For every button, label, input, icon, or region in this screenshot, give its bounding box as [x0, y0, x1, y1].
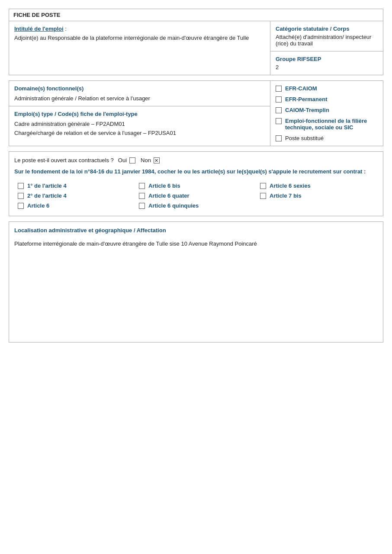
- article-4-label: 2° de l'article 4: [27, 192, 67, 199]
- article-cell-2: Article 6 bis: [135, 181, 257, 191]
- emploi-value2: Chargée/chargé de relation et de service…: [14, 130, 265, 136]
- articles-row-3: Article 6 Article 6 quinquies: [14, 201, 378, 211]
- domain-panel: Domaine(s) fonctionnel(s) Administration…: [9, 81, 270, 106]
- checkbox-emploi-fonctionnel-label: Emploi-fonctionnel de la filière techniq…: [285, 118, 378, 131]
- articles-table: 1° de l'article 4 Article 6 bis Article …: [14, 181, 378, 211]
- categorie-label: Catégorie statutaire / Corps: [276, 26, 378, 32]
- article-1-checkbox[interactable]: [18, 183, 24, 189]
- article-3-checkbox[interactable]: [260, 183, 266, 189]
- article-3-label: Article 6 sexies: [270, 183, 311, 189]
- intitule-value: Adjoint(e) au Responsable de la platefor…: [14, 35, 265, 41]
- articles-row-2: 2° de l'article 4 Article 6 quater Artic…: [14, 191, 378, 201]
- article-7-label: Article 6: [27, 202, 49, 209]
- checkbox-emploi-fonctionnel: Emploi-fonctionnel de la filière techniq…: [276, 118, 378, 131]
- groupe-value: 2: [276, 64, 378, 70]
- contractuels-question-text: Le poste est-il ouvert aux contractuels …: [14, 157, 114, 163]
- domain-label: Domaine(s) fonctionnel(s): [14, 85, 265, 92]
- fiche-left-panel: Intitulé de l'emploi : Adjoint(e) au Res…: [9, 21, 270, 75]
- emploi-value1: Cadre administration générale – FP2ADM01: [14, 121, 265, 127]
- right-checkboxes-panel: EFR-CAIOM EFR-Permanent CAIOM-Tremplin E…: [270, 81, 383, 146]
- checkbox-caiom-tremplin-box[interactable]: [276, 107, 282, 113]
- domain-value: Administration générale / Relation et se…: [14, 95, 265, 102]
- article-cell-empty: [257, 201, 378, 211]
- categorie-panel: Catégorie statutaire / Corps Attaché(e) …: [270, 21, 383, 51]
- checkbox-poste-substitue: Poste substitué: [276, 135, 378, 141]
- checkbox-poste-substitue-box[interactable]: [276, 135, 282, 141]
- checkbox-efr-caiom: EFR-CAIOM: [276, 85, 378, 92]
- article-cell-8: Article 6 quinquies: [135, 201, 257, 211]
- emploi-panel: Emploi(s) type / Code(s) fiche de l'empl…: [9, 106, 270, 141]
- oui-label-text: Oui: [118, 157, 127, 163]
- domain-emploi-left: Domaine(s) fonctionnel(s) Administration…: [9, 81, 270, 146]
- article-2-checkbox[interactable]: [139, 183, 145, 189]
- checkbox-caiom-tremplin: CAIOM-Tremplin: [276, 107, 378, 113]
- checkbox-efr-caiom-box[interactable]: [276, 86, 282, 92]
- article-cell-5: Article 6 quater: [135, 191, 257, 201]
- article-cell-7: Article 6: [14, 201, 135, 211]
- emploi-label: Emploi(s) type / Code(s) fiche de l'empl…: [14, 111, 265, 117]
- articles-row-1: 1° de l'article 4 Article 6 bis Article …: [14, 181, 378, 191]
- article-1-label: 1° de l'article 4: [27, 183, 67, 189]
- intitule-label: Intitulé de l'emploi :: [14, 26, 265, 32]
- checkbox-efr-permanent: EFR-Permanent: [276, 96, 378, 102]
- article-cell-3: Article 6 sexies: [257, 181, 378, 191]
- localisation-title: Localisation administrative et géographi…: [14, 227, 378, 234]
- article-5-label: Article 6 quater: [148, 192, 190, 199]
- checkbox-caiom-tremplin-label: CAIOM-Tremplin: [285, 107, 329, 113]
- checkbox-emploi-fonctionnel-box[interactable]: [276, 118, 282, 124]
- intitule-title: Intitulé de l'emploi: [14, 26, 64, 32]
- checkbox-efr-permanent-box[interactable]: [276, 96, 282, 102]
- fiche-header: FICHE DE POSTE: [9, 9, 383, 21]
- contractuels-section: Le poste est-il ouvert aux contractuels …: [9, 151, 383, 216]
- article-cell-6: Article 7 bis: [257, 191, 378, 201]
- groupe-panel: Groupe RIFSEEP 2: [270, 51, 383, 75]
- article-cell-1: 1° de l'article 4: [14, 181, 135, 191]
- article-6-checkbox[interactable]: [260, 193, 266, 199]
- article-8-label: Article 6 quinquies: [148, 202, 199, 209]
- fiche-main-box: Intitulé de l'emploi : Adjoint(e) au Res…: [9, 21, 383, 75]
- domain-emploi-section: Domaine(s) fonctionnel(s) Administration…: [9, 80, 383, 146]
- fiche-right-panel: Catégorie statutaire / Corps Attaché(e) …: [270, 21, 383, 75]
- article-cell-4: 2° de l'article 4: [14, 191, 135, 201]
- article-5-checkbox[interactable]: [139, 193, 145, 199]
- article-4-checkbox[interactable]: [18, 193, 24, 199]
- groupe-label: Groupe RIFSEEP: [276, 56, 378, 62]
- localisation-section: Localisation administrative et géographi…: [9, 221, 383, 343]
- checkbox-poste-substitue-label: Poste substitué: [285, 135, 324, 141]
- checkbox-efr-caiom-label: EFR-CAIOM: [285, 85, 317, 92]
- categorie-value: Attaché(e) d'administration/ inspecteur …: [276, 34, 378, 47]
- law-text: Sur le fondement de la loi n°84-16 du 11…: [14, 168, 378, 176]
- non-label-text: Non: [141, 157, 151, 163]
- article-8-checkbox[interactable]: [139, 203, 145, 209]
- article-2-label: Article 6 bis: [148, 183, 180, 189]
- checkbox-efr-permanent-label: EFR-Permanent: [285, 96, 328, 102]
- localisation-value: Plateforme interrégionale de main-d'œuvr…: [14, 240, 378, 247]
- intitule-colon: :: [64, 26, 67, 32]
- article-7-checkbox[interactable]: [18, 203, 24, 209]
- oui-checkbox[interactable]: [129, 157, 135, 163]
- non-checkbox[interactable]: [154, 157, 160, 163]
- contractuels-question-row: Le poste est-il ouvert aux contractuels …: [14, 157, 378, 163]
- article-6-label: Article 7 bis: [270, 192, 302, 199]
